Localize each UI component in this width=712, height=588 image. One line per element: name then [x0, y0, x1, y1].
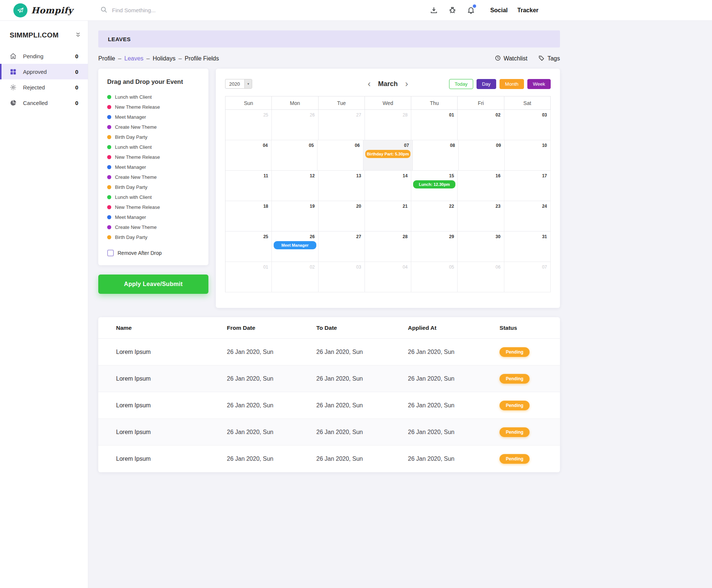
calendar-day-cell[interactable]: 04	[365, 262, 411, 292]
calendar-day-cell[interactable]: 02	[272, 262, 318, 292]
calendar-day-cell[interactable]: 26	[272, 110, 318, 140]
calendar-day-cell[interactable]: 07	[504, 262, 551, 292]
search-input[interactable]	[112, 7, 268, 13]
breadcrumb-item-profile-fields[interactable]: Profile Fields	[185, 55, 219, 62]
calendar-day-cell[interactable]: 06	[317, 140, 363, 171]
calendar-day-cell[interactable]: 17	[504, 171, 551, 201]
calendar-day-cell[interactable]: 11	[225, 171, 272, 201]
status-badge: Pending	[500, 347, 530, 357]
collapse-sidebar-icon[interactable]	[75, 32, 81, 39]
watchlist-button[interactable]: Watchlist	[495, 55, 527, 63]
draggable-event[interactable]: Meet Manager	[107, 162, 200, 172]
day-number: 14	[403, 173, 408, 178]
day-number: 04	[403, 265, 408, 270]
draggable-event[interactable]: Lunch with Client	[107, 142, 200, 152]
draggable-event[interactable]: Create New Theme	[107, 122, 200, 132]
draggable-event[interactable]: Lunch with Client	[107, 92, 200, 102]
sidebar-item-cancelled[interactable]: Cancelled0	[0, 95, 88, 111]
remove-after-drop-option[interactable]: Remove After Drop	[107, 250, 200, 256]
draggable-event[interactable]: New Theme Release	[107, 102, 200, 112]
table-row[interactable]: Lorem Ipsum26 Jan 2020, Sun26 Jan 2020, …	[98, 365, 560, 392]
calendar-event[interactable]: Lunch: 12.30pm	[413, 180, 455, 188]
sidebar-item-rejected[interactable]: Rejected0	[0, 79, 88, 95]
calendar-day-cell[interactable]: 07Birthday Part: 5.30pm	[363, 140, 413, 171]
calendar-day-cell[interactable]: 19	[272, 201, 318, 231]
breadcrumb-item-leaves[interactable]: Leaves	[124, 55, 144, 62]
view-week-button[interactable]: Week	[527, 79, 551, 89]
calendar-day-cell[interactable]: 13	[319, 171, 365, 201]
download-button[interactable]	[429, 6, 438, 15]
calendar-day-cell[interactable]: 22	[411, 201, 458, 231]
calendar-day-cell[interactable]: 16	[458, 171, 504, 201]
calendar-day-cell[interactable]: 27	[319, 231, 365, 262]
nav-social[interactable]: Social	[490, 7, 508, 14]
draggable-event[interactable]: Birth Day Party	[107, 182, 200, 192]
calendar-event[interactable]: Meet Manager	[274, 241, 316, 249]
breadcrumb-item-holidays[interactable]: Holidays	[153, 55, 175, 62]
calendar-day-cell[interactable]: 04	[225, 140, 271, 171]
calendar-day-cell[interactable]: 03	[319, 262, 365, 292]
calendar-day-cell[interactable]: 08	[413, 140, 459, 171]
table-row[interactable]: Lorem Ipsum26 Jan 2020, Sun26 Jan 2020, …	[98, 392, 560, 419]
calendar-day-cell[interactable]: 23	[458, 201, 504, 231]
brand-logo[interactable]: Hompify	[0, 3, 88, 17]
draggable-event[interactable]: New Theme Release	[107, 152, 200, 162]
bug-report-button[interactable]	[448, 6, 457, 15]
calendar-day-cell[interactable]: 29	[411, 231, 458, 262]
sidebar-item-approved[interactable]: Approved0	[0, 64, 88, 79]
calendar-day-cell[interactable]: 14	[365, 171, 411, 201]
calendar-event[interactable]: Birthday Part: 5.30pm	[365, 150, 411, 158]
tags-button[interactable]: Tags	[538, 55, 560, 63]
calendar-day-cell[interactable]: 25	[225, 110, 272, 140]
draggable-event[interactable]: Meet Manager	[107, 212, 200, 222]
prev-month-button[interactable]: ‹	[367, 79, 370, 88]
calendar-day-cell[interactable]: 01	[225, 262, 272, 292]
calendar-day-cell[interactable]: 26Meet Manager	[272, 231, 318, 262]
remove-after-drop-checkbox[interactable]	[107, 250, 114, 256]
calendar-day-cell[interactable]: 03	[504, 110, 551, 140]
calendar-day-cell[interactable]: 21	[365, 201, 411, 231]
view-today-button[interactable]: Today	[449, 79, 473, 89]
calendar-day-cell[interactable]: 09	[459, 140, 505, 171]
calendar-day-cell[interactable]: 31	[504, 231, 551, 262]
event-label: New Theme Release	[115, 154, 160, 160]
draggable-event[interactable]: New Theme Release	[107, 202, 200, 212]
calendar-day-cell[interactable]: 15Lunch: 12.30pm	[411, 171, 458, 201]
calendar-day-cell[interactable]: 28	[365, 231, 411, 262]
calendar-day-cell[interactable]: 05	[271, 140, 317, 171]
status-badge: Pending	[500, 374, 530, 384]
apply-leave-button[interactable]: Apply Leave/Submit	[98, 275, 208, 294]
year-select[interactable]: 2020 ▾	[225, 79, 252, 89]
event-color-dot	[107, 215, 111, 219]
calendar-day-cell[interactable]: 02	[458, 110, 504, 140]
gear-icon	[10, 83, 17, 91]
calendar-day-cell[interactable]: 20	[319, 201, 365, 231]
draggable-event[interactable]: Birth Day Party	[107, 232, 200, 242]
breadcrumb-item-profile[interactable]: Profile	[98, 55, 115, 62]
calendar-day-cell[interactable]: 01	[411, 110, 458, 140]
draggable-event[interactable]: Birth Day Party	[107, 132, 200, 142]
calendar-day-cell[interactable]: 10	[505, 140, 551, 171]
calendar-day-cell[interactable]: 28	[365, 110, 411, 140]
view-day-button[interactable]: Day	[477, 79, 496, 89]
nav-tracker[interactable]: Tracker	[517, 7, 538, 14]
calendar-day-cell[interactable]: 05	[411, 262, 458, 292]
draggable-event[interactable]: Lunch with Client	[107, 192, 200, 202]
draggable-event[interactable]: Meet Manager	[107, 112, 200, 122]
notifications-button[interactable]	[467, 6, 475, 15]
calendar-day-cell[interactable]: 24	[504, 201, 551, 231]
calendar-day-cell[interactable]: 25	[225, 231, 272, 262]
calendar-day-cell[interactable]: 27	[319, 110, 365, 140]
table-row[interactable]: Lorem Ipsum26 Jan 2020, Sun26 Jan 2020, …	[98, 419, 560, 446]
draggable-event[interactable]: Create New Theme	[107, 172, 200, 182]
sidebar-item-pending[interactable]: Pending0	[0, 48, 88, 64]
calendar-day-cell[interactable]: 18	[225, 201, 272, 231]
view-month-button[interactable]: Month	[500, 79, 524, 89]
draggable-event[interactable]: Create New Theme	[107, 222, 200, 232]
calendar-day-cell[interactable]: 12	[272, 171, 318, 201]
calendar-day-cell[interactable]: 30	[458, 231, 504, 262]
table-row[interactable]: Lorem Ipsum26 Jan 2020, Sun26 Jan 2020, …	[98, 339, 560, 365]
next-month-button[interactable]: ›	[405, 79, 408, 88]
calendar-day-cell[interactable]: 06	[458, 262, 504, 292]
table-row[interactable]: Lorem Ipsum26 Jan 2020, Sun26 Jan 2020, …	[98, 446, 560, 472]
